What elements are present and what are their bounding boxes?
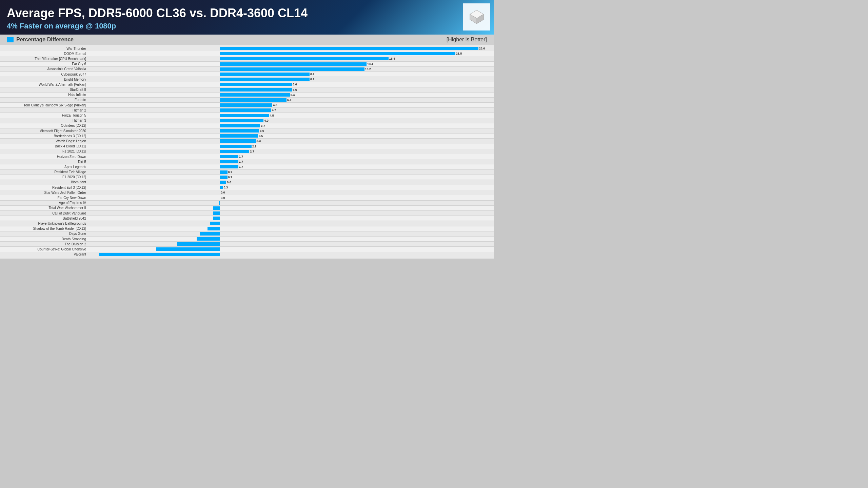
bar-area: 3.3 [88, 139, 494, 143]
bar-value: 1.7 [238, 155, 244, 158]
chart-row: Apex Legends1.7 [0, 164, 494, 169]
bar-wrapper: 1.7 [220, 160, 244, 163]
game-label: Halo Infinite [0, 93, 88, 97]
bar-area: -0.1 [88, 201, 494, 205]
chart-row: Far Cry New Dawn0.0 [0, 195, 494, 200]
game-label: Resident Evil 3 [DX12] [0, 186, 88, 189]
chart-row: Halo Infinite6.4 [0, 93, 494, 98]
legend-color [7, 37, 14, 42]
bar-area: 0.0 [88, 190, 494, 195]
bar-wrapper: 6.4 [220, 93, 295, 97]
bar-wrapper: 8.2 [220, 73, 315, 76]
game-label: Far Cry New Dawn [0, 196, 88, 200]
bar-area: 6.6 [88, 82, 494, 87]
bar-area: 23.6 [88, 46, 494, 51]
bar-wrapper: 15.4 [220, 57, 396, 60]
zero-line [220, 211, 220, 216]
bar-area: 0.0 [88, 195, 494, 200]
game-label: War Thunder [0, 47, 88, 50]
bar-positive [220, 47, 478, 50]
game-label: Back 4 Blood [DX12] [0, 144, 88, 148]
bar-area: 13.2 [88, 67, 494, 72]
bar-positive [220, 108, 271, 112]
bar-positive [220, 139, 256, 143]
bar-positive [220, 170, 228, 174]
game-label: DOOM Eternal [0, 52, 88, 56]
bar-area: 6.6 [88, 87, 494, 92]
game-label: Borderlands 3 [DX12] [0, 134, 88, 138]
bar-area: 0.6 [88, 180, 494, 185]
bar-wrapper-neg: -3.9 [177, 242, 220, 246]
chart-row: Forza Horizon 54.5 [0, 113, 494, 118]
bar-wrapper-neg: -0.6 [213, 217, 220, 220]
bar-value: 3.6 [259, 129, 265, 133]
bar-value: 0.0 [220, 191, 226, 194]
chart-title: Average FPS, DDR5-6000 CL36 vs. DDR4-360… [7, 6, 487, 20]
bar-negative [200, 232, 220, 236]
bar-positive [220, 73, 310, 76]
legend-label: Percentage Difference [16, 37, 74, 43]
zero-line [220, 201, 220, 205]
game-label: Days Gone [0, 232, 88, 236]
bar-positive [220, 119, 263, 122]
bar-area: -11.0 [88, 252, 494, 257]
bar-positive [220, 103, 272, 107]
bar-wrapper: 2.9 [220, 145, 257, 148]
zero-line [220, 237, 220, 241]
bar-area: 13.4 [88, 62, 494, 66]
bar-value: 2.7 [249, 150, 255, 153]
game-label: Death Stranding [0, 237, 88, 241]
chart-row: Battlefield 2042-0.6 [0, 216, 494, 221]
chart-row: Cyberpunk 20778.2 [0, 72, 494, 77]
legend-left: Percentage Difference [7, 37, 74, 43]
bar-wrapper: 4.0 [220, 119, 269, 122]
bar-positive [220, 181, 226, 184]
chart-subtitle: 4% Faster on average @ 1080p [7, 22, 487, 30]
bar-wrapper-neg: -0.1 [219, 201, 220, 205]
bar-positive [220, 160, 238, 163]
bar-wrapper-neg: -5.8 [156, 247, 219, 251]
bar-positive [220, 52, 455, 55]
bar-positive [220, 57, 389, 60]
game-label: Valorant [0, 252, 88, 256]
chart-row: Assassin's Creed Valhalla13.2 [0, 67, 494, 72]
chart-row: Tom Clancy's Rainbow Six Siege [Vulkan]4… [0, 103, 494, 108]
chart-row: F1 2020 [DX12]0.7 [0, 175, 494, 180]
chart-row: Days Gone-1.8 [0, 231, 494, 237]
bar-wrapper: 6.1 [220, 98, 292, 102]
bar-wrapper-neg: -0.6 [213, 211, 220, 215]
bar-wrapper: 13.2 [220, 67, 372, 71]
game-label: Fortnite [0, 98, 88, 102]
zero-line [220, 206, 220, 210]
bar-wrapper-neg: -1.1 [208, 227, 220, 230]
game-label: Biomutant [0, 180, 88, 184]
game-label: F1 2020 [DX12] [0, 175, 88, 179]
chart-row: The Division 2-3.9 [0, 242, 494, 247]
bar-area: -0.6 [88, 206, 494, 210]
game-label: PlayerUnknown's Battlegrounds [0, 222, 88, 225]
bar-positive [220, 67, 364, 71]
bar-wrapper: 1.7 [220, 155, 244, 158]
chart-row: StarCraft II6.6 [0, 87, 494, 93]
bar-positive [220, 98, 287, 102]
bar-negative [213, 217, 220, 220]
bar-wrapper-neg: -11.0 [99, 253, 220, 256]
chart-row: Death Stranding-2.1 [0, 237, 494, 242]
bar-value: 0.0 [220, 196, 226, 200]
bar-area: 21.5 [88, 51, 494, 56]
bar-value: 3.5 [258, 134, 264, 138]
bar-wrapper: 2.7 [220, 150, 255, 153]
bar-area: 6.4 [88, 93, 494, 97]
legend-bar: Percentage Difference [Higher is Better] [0, 35, 494, 45]
chart-row: Star Wars Jedi Fallen Order0.0 [0, 190, 494, 195]
bar-positive [220, 78, 310, 81]
bar-area: 1.7 [88, 154, 494, 159]
chart-row: Outriders [DX12]3.7 [0, 123, 494, 128]
game-label: Assassin's Creed Valhalla [0, 67, 88, 71]
bar-area: 0.7 [88, 170, 494, 175]
bar-wrapper: 3.6 [220, 129, 265, 133]
bar-positive [220, 176, 228, 179]
chart-container: War Thunder23.6DOOM Eternal21.5The Riftb… [0, 45, 494, 259]
bar-value: 4.5 [269, 114, 275, 117]
game-label: Dirt 5 [0, 160, 88, 164]
